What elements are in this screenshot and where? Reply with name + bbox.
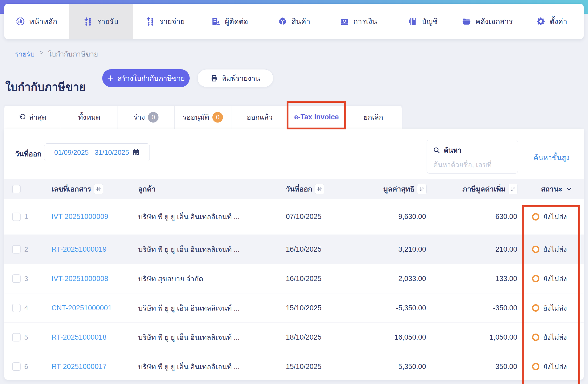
nav-item-label: บัญชี bbox=[422, 16, 438, 27]
nav-item-income[interactable]: รายรับ bbox=[69, 4, 133, 39]
document-number-link[interactable]: IVT-20251000009 bbox=[52, 213, 108, 221]
nav-item-label: รายจ่าย bbox=[160, 16, 185, 27]
tab-draft[interactable]: ร่าง 0 bbox=[118, 106, 175, 129]
net-amount: 2,033.00 bbox=[330, 275, 427, 283]
net-amount: 3,210.00 bbox=[330, 245, 427, 254]
customer-name: บริษัท สุขสบาย จำกัด bbox=[138, 273, 282, 284]
issue-date-filter-label: วันที่ออก bbox=[15, 148, 41, 160]
row-checkbox[interactable] bbox=[12, 362, 21, 371]
nav-item-finance[interactable]: การเงิน bbox=[326, 4, 391, 39]
table-row[interactable]: 5 RT-20251000018 บริษัท พี ยู ยู เอ็น อิ… bbox=[4, 322, 584, 352]
page-title: ใบกำกับภาษีขาย bbox=[5, 78, 86, 96]
products-icon bbox=[278, 17, 287, 26]
table-row[interactable]: 1 IVT-20251000009 บริษัท พี ยู ยู เอ็น อ… bbox=[4, 199, 584, 235]
row-checkbox[interactable] bbox=[12, 274, 21, 283]
breadcrumb-current: ใบกำกับภาษีขาย bbox=[48, 49, 98, 59]
nav-item-documents[interactable]: คลังเอกสาร bbox=[455, 4, 519, 39]
search-input[interactable]: ค้นหา ค้นหาด้วยชื่อ, เลขที่ bbox=[427, 140, 518, 174]
customer-name: บริษัท พี ยู ยู เอ็น อินเทลลิเจนท์ ... bbox=[138, 211, 282, 222]
nav-item-accounting[interactable]: บัญชี bbox=[391, 4, 455, 39]
nav-item-label: คลังเอกสาร bbox=[475, 16, 513, 27]
sort-doc-no-button[interactable] bbox=[94, 184, 103, 194]
sort-issue-date-button[interactable] bbox=[315, 184, 324, 194]
document-number-link[interactable]: RT-20251000017 bbox=[52, 363, 106, 371]
nav-item-contacts[interactable]: ผู้ติดต่อ bbox=[197, 4, 262, 39]
tab-label: ล่าสุด bbox=[29, 111, 46, 123]
invoice-tabs: ล่าสุด ทั้งหมด ร่าง 0 รออนุมัติ 0 ออกแล้… bbox=[4, 106, 402, 129]
issue-date: 16/10/2025 bbox=[282, 245, 330, 254]
pending-count-badge: 0 bbox=[212, 112, 223, 123]
issue-date: 07/10/2025 bbox=[282, 213, 330, 221]
status-label: ยังไม่ส่ง bbox=[543, 361, 567, 372]
nav-item-settings[interactable]: ตั้งค่า bbox=[519, 4, 584, 39]
settings-icon bbox=[536, 17, 545, 26]
col-header-status: สถานะ bbox=[541, 183, 562, 195]
document-number-link[interactable]: RT-20251000018 bbox=[52, 333, 106, 341]
customer-name: บริษัท พี ยู ยู เอ็น อินเทลลิเจนท์ ... bbox=[138, 361, 282, 372]
vat-amount: 210.00 bbox=[427, 245, 518, 254]
table-row[interactable]: 2 RT-20251000019 บริษัท พี ยู ยู เอ็น อิ… bbox=[4, 235, 584, 264]
sort-net-amount-button[interactable] bbox=[417, 184, 427, 194]
main-nav: หน้าหลัก รายรับ รายจ่าย ผู้ติดต่อ สินค้า… bbox=[4, 4, 584, 39]
print-report-label: พิมพ์รายงาน bbox=[222, 73, 260, 84]
date-range-value: 01/09/2025 - 31/10/2025 bbox=[54, 148, 129, 157]
customer-name: บริษัท พี ยู ยู เอ็น อินเทลลิเจนท์ ... bbox=[138, 332, 282, 343]
tab-label: ร่าง bbox=[134, 111, 145, 123]
issue-date: 15/10/2025 bbox=[282, 363, 330, 371]
print-report-button[interactable]: พิมพ์รายงาน bbox=[197, 69, 273, 87]
status-ring-icon bbox=[532, 213, 539, 221]
row-checkbox[interactable] bbox=[12, 304, 21, 312]
nav-item-products[interactable]: สินค้า bbox=[262, 4, 326, 39]
date-range-input[interactable]: 01/09/2025 - 31/10/2025 bbox=[44, 143, 150, 161]
dashboard-icon bbox=[16, 17, 25, 26]
customer-name: บริษัท พี ยู ยู เอ็น อินเทลลิเจนท์ ... bbox=[138, 244, 282, 255]
row-checkbox[interactable] bbox=[12, 245, 21, 254]
select-all-checkbox[interactable] bbox=[12, 185, 21, 193]
net-amount: 16,050.00 bbox=[330, 333, 427, 341]
row-number: 2 bbox=[24, 245, 28, 254]
vat-amount: 350.00 bbox=[427, 363, 518, 371]
tab-pending-approval[interactable]: รออนุมัติ 0 bbox=[175, 106, 231, 129]
tab-all[interactable]: ทั้งหมด bbox=[61, 106, 118, 129]
status-ring-icon bbox=[532, 304, 539, 312]
customer-name: บริษัท พี ยู ยู เอ็น อินเทลลิเจนท์ ... bbox=[138, 302, 282, 314]
calendar-icon bbox=[132, 149, 140, 156]
document-number-link[interactable]: CNT-20251000001 bbox=[52, 304, 112, 312]
row-checkbox[interactable] bbox=[12, 213, 21, 221]
status-label: ยังไม่ส่ง bbox=[543, 332, 567, 343]
table-row[interactable]: 4 CNT-20251000001 บริษัท พี ยู ยู เอ็น อ… bbox=[4, 293, 584, 322]
row-checkbox[interactable] bbox=[12, 333, 21, 341]
expense-icon bbox=[146, 17, 155, 26]
breadcrumb-parent[interactable]: รายรับ bbox=[15, 49, 35, 59]
net-amount: -5,350.00 bbox=[330, 304, 427, 312]
search-icon bbox=[433, 147, 440, 154]
status-label: ยังไม่ส่ง bbox=[543, 302, 567, 314]
row-number: 3 bbox=[24, 275, 28, 283]
tab-latest[interactable]: ล่าสุด bbox=[4, 106, 61, 129]
create-invoice-button[interactable]: สร้างใบกำกับภาษีขาย bbox=[102, 69, 190, 87]
advanced-search-link[interactable]: ค้นหาขั้นสูง bbox=[534, 152, 570, 163]
breadcrumb: รายรับ > ใบกำกับภาษีขาย bbox=[15, 49, 98, 59]
sort-vat-button[interactable] bbox=[508, 184, 518, 194]
vat-amount: 630.00 bbox=[427, 213, 518, 221]
document-number-link[interactable]: RT-20251000019 bbox=[52, 245, 106, 253]
col-header-net-amount: มูลค่าสุทธิ bbox=[383, 183, 414, 195]
nav-item-home[interactable]: หน้าหลัก bbox=[4, 4, 69, 39]
col-header-issue-date: วันที่ออก bbox=[286, 183, 312, 195]
status-filter-header[interactable]: สถานะ bbox=[518, 183, 584, 195]
tab-cancelled[interactable]: ยกเลิก bbox=[345, 106, 402, 129]
col-header-customer: ลูกค้า bbox=[138, 183, 282, 195]
status-label: ยังไม่ส่ง bbox=[543, 211, 567, 222]
vat-amount: 1,050.00 bbox=[427, 333, 518, 341]
status-label: ยังไม่ส่ง bbox=[543, 244, 567, 255]
document-number-link[interactable]: IVT-20251000008 bbox=[52, 275, 108, 283]
table-row[interactable]: 6 RT-20251000017 บริษัท พี ยู ยู เอ็น อิ… bbox=[4, 352, 584, 381]
nav-item-label: ผู้ติดต่อ bbox=[225, 16, 248, 27]
table-row[interactable]: 3 IVT-20251000008 บริษัท สุขสบาย จำกัด 1… bbox=[4, 264, 584, 293]
col-header-vat: ภาษีมูลค่าเพิ่ม bbox=[463, 183, 506, 195]
tab-issued[interactable]: ออกแล้ว bbox=[231, 106, 288, 129]
income-icon bbox=[83, 17, 93, 26]
tab-etax-invoice[interactable]: e-Tax Invoice bbox=[288, 106, 345, 129]
nav-item-expense[interactable]: รายจ่าย bbox=[133, 4, 198, 39]
chevron-down-icon bbox=[566, 187, 572, 191]
